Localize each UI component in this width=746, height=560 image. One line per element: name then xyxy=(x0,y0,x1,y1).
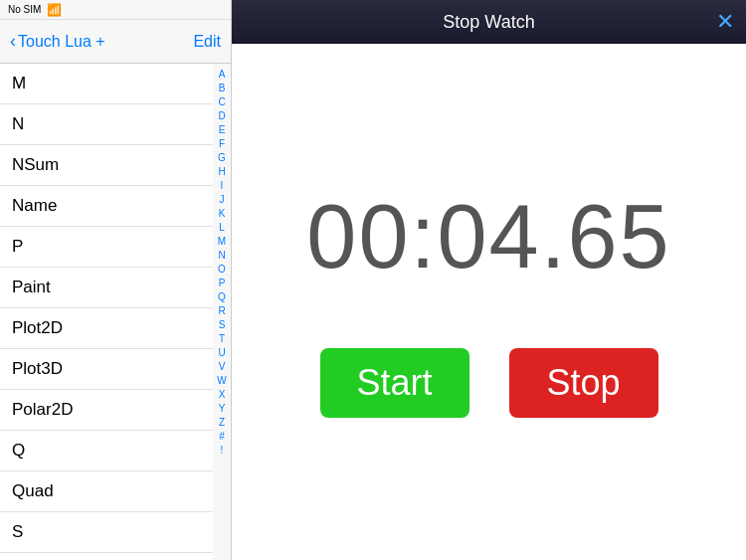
index-letter[interactable]: I xyxy=(221,179,224,193)
list-item[interactable]: Polar2D xyxy=(0,390,213,431)
timer-display: 00:04.65 xyxy=(306,186,670,288)
chevron-left-icon: ‹ xyxy=(10,31,16,52)
back-label: Touch Lua + xyxy=(18,33,105,51)
index-letter[interactable]: J xyxy=(220,193,225,207)
back-button[interactable]: ‹ Touch Lua + xyxy=(10,31,105,52)
index-letter[interactable]: X xyxy=(219,388,226,402)
list-index: ABCDEFGHIJKLMNOPQRSTUVWXYZ#! xyxy=(213,64,231,560)
edit-button[interactable]: Edit xyxy=(193,33,221,51)
carrier-label: No SIM xyxy=(8,4,41,15)
index-letter[interactable]: D xyxy=(218,109,225,123)
index-letter[interactable]: R xyxy=(218,304,225,318)
list-item[interactable]: Stars xyxy=(0,553,213,560)
list-item[interactable]: S xyxy=(0,512,213,553)
left-panel: No SIM 📶 ‹ Touch Lua + Edit MNNSumNamePP… xyxy=(0,0,232,560)
list-item[interactable]: Q xyxy=(0,431,213,471)
index-letter[interactable]: Y xyxy=(219,402,226,416)
index-letter[interactable]: H xyxy=(218,165,225,179)
app-title: Stop Watch xyxy=(443,12,534,33)
start-button[interactable]: Start xyxy=(320,348,469,418)
index-letter[interactable]: P xyxy=(219,277,226,290)
list-container: MNNSumNamePPaintPlot2DPlot3DPolar2DQQuad… xyxy=(0,64,231,560)
list-items: MNNSumNamePPaintPlot2DPlot3DPolar2DQQuad… xyxy=(0,64,213,560)
index-letter[interactable]: G xyxy=(218,151,226,165)
list-item[interactable]: P xyxy=(0,227,213,268)
index-letter[interactable]: E xyxy=(219,123,226,137)
list-item[interactable]: Plot2D xyxy=(0,308,213,349)
list-item[interactable]: Paint xyxy=(0,268,213,308)
index-letter[interactable]: A xyxy=(219,68,226,82)
index-letter[interactable]: B xyxy=(219,82,226,95)
index-letter[interactable]: L xyxy=(219,221,225,235)
index-letter[interactable]: K xyxy=(219,207,226,221)
list-item[interactable]: NSum xyxy=(0,145,213,186)
index-letter[interactable]: N xyxy=(218,249,225,263)
nav-bar: ‹ Touch Lua + Edit xyxy=(0,20,231,64)
timer-area: 00:04.65 Start Stop xyxy=(232,44,746,560)
index-letter[interactable]: S xyxy=(219,318,226,332)
list-item[interactable]: Plot3D xyxy=(0,349,213,390)
index-letter[interactable]: C xyxy=(218,95,225,109)
list-item[interactable]: N xyxy=(0,104,213,145)
timer-buttons: Start Stop xyxy=(320,348,658,418)
list-item[interactable]: Quad xyxy=(0,471,213,512)
index-letter[interactable]: ! xyxy=(221,444,224,458)
stop-button[interactable]: Stop xyxy=(509,348,658,418)
index-letter[interactable]: V xyxy=(219,360,226,374)
index-letter[interactable]: U xyxy=(218,346,225,360)
index-letter[interactable]: W xyxy=(217,374,226,388)
index-letter[interactable]: T xyxy=(219,332,225,346)
close-button[interactable]: ✕ xyxy=(716,11,734,33)
list-item[interactable]: Name xyxy=(0,186,213,227)
index-letter[interactable]: O xyxy=(218,263,226,277)
index-letter[interactable]: # xyxy=(219,430,225,444)
index-letter[interactable]: Z xyxy=(219,416,225,430)
index-letter[interactable]: M xyxy=(218,235,226,249)
status-bar: No SIM 📶 xyxy=(0,0,231,20)
right-panel: Stop Watch ✕ 00:04.65 Start Stop xyxy=(232,0,746,560)
index-letter[interactable]: Q xyxy=(218,290,226,304)
wifi-icon: 📶 xyxy=(47,3,62,17)
list-item[interactable]: M xyxy=(0,64,213,104)
app-header: Stop Watch ✕ xyxy=(232,0,746,44)
index-letter[interactable]: F xyxy=(219,137,225,151)
